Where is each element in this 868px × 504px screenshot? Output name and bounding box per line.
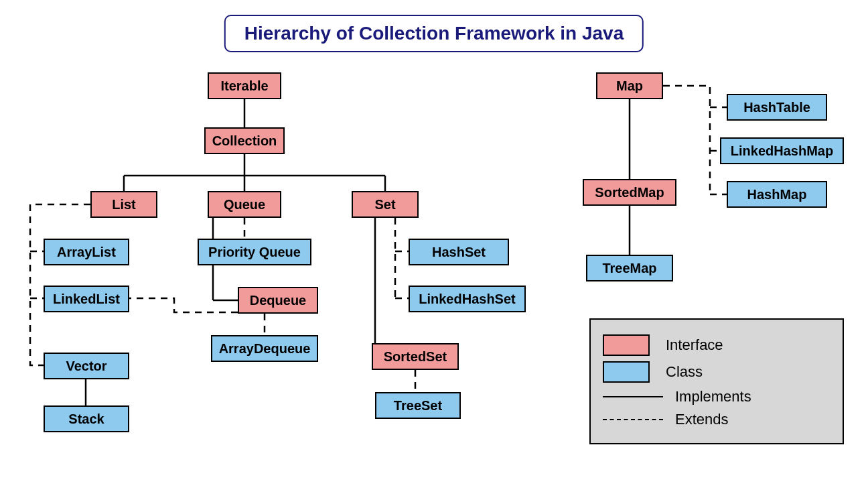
node-hashmap: HashMap <box>727 181 827 208</box>
node-hashtable: HashTable <box>727 94 827 121</box>
node-sortedmap: SortedMap <box>583 179 676 206</box>
node-linkedhashmap: LinkedHashMap <box>720 137 844 164</box>
node-sortedset: SortedSet <box>372 343 459 370</box>
legend-interface-swatch <box>603 334 650 356</box>
legend-implements-label: Implements <box>675 388 751 405</box>
node-stack: Stack <box>44 405 129 432</box>
node-collection: Collection <box>204 127 285 154</box>
legend-class-label: Class <box>666 363 703 381</box>
node-treemap: TreeMap <box>586 255 673 281</box>
node-arraylist: ArrayList <box>44 239 129 265</box>
legend-class-row: Class <box>603 361 830 383</box>
node-dequeue: Dequeue <box>238 287 318 314</box>
legend-interface-row: Interface <box>603 334 830 356</box>
node-treeset: TreeSet <box>375 392 461 419</box>
node-list: List <box>90 191 157 218</box>
node-linkedhashset: LinkedHashSet <box>409 286 526 312</box>
node-linkedlist: LinkedList <box>44 286 129 312</box>
node-map: Map <box>596 72 663 99</box>
legend-box: Interface Class Implements Extends <box>589 318 844 444</box>
node-priorityqueue: Priority Queue <box>198 239 311 265</box>
node-hashset: HashSet <box>409 239 509 265</box>
legend-implements-row: Implements <box>603 388 830 405</box>
legend-dashed-line <box>603 419 663 420</box>
legend-interface-label: Interface <box>666 336 723 354</box>
legend-solid-line <box>603 396 663 397</box>
node-set: Set <box>352 191 419 218</box>
node-arraydequeue: ArrayDequeue <box>211 335 318 362</box>
diagram-title: Hierarchy of Collection Framework in Jav… <box>224 15 644 52</box>
node-vector: Vector <box>44 353 129 379</box>
legend-class-swatch <box>603 361 650 383</box>
legend-extends-row: Extends <box>603 411 830 428</box>
legend-extends-label: Extends <box>675 411 729 428</box>
node-iterable: Iterable <box>208 72 281 99</box>
node-queue: Queue <box>208 191 281 218</box>
